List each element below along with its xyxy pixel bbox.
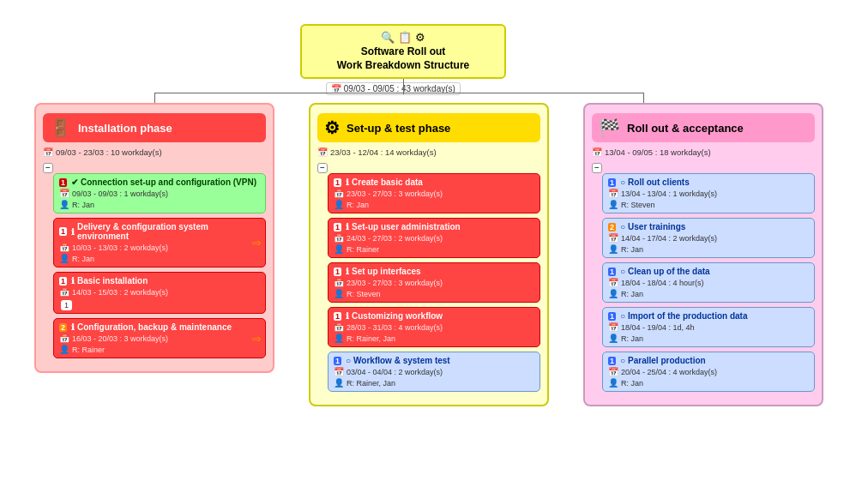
person-r2: 👤 — [608, 244, 618, 254]
task-config-resource: 👤 R: Rainer — [59, 345, 260, 354]
cal-s1: 📅 — [334, 189, 344, 198]
circle-icon-r3: ○ — [620, 267, 625, 276]
r5-title: 1 ○ Parallel production — [608, 356, 809, 365]
person-icon3: 👤 — [59, 345, 69, 354]
s2-title: 1 ℹ Set-up user administration — [334, 222, 534, 231]
setup-phase-label: Set-up & test phase — [347, 122, 450, 135]
badge-s4: 1 — [334, 312, 341, 321]
cal-icon6: 📅 — [317, 147, 328, 157]
rollout-phase-label: Roll out & acceptance — [627, 122, 744, 135]
s3-date: 📅 23/03 - 27/03 : 3 workday(s) — [334, 278, 534, 287]
setup-phase-header: ⚙ Set-up & test phase — [317, 113, 540, 142]
badge-r1: 1 — [608, 178, 616, 187]
s5-title: 1 ○ Workflow & system test — [334, 356, 534, 365]
main-container: 🔍 📋 ⚙ Software Roll out Work Breakdown S… — [0, 0, 868, 487]
person-r5: 👤 — [608, 378, 618, 388]
s5-resource: 👤 R: Rainer, Jan — [334, 378, 534, 388]
flag-icon: 🏁 — [599, 117, 620, 138]
task-vpn-date: 📅 09/03 - 09/03 : 1 workday(s) — [59, 189, 260, 198]
task-customizing-workflow: 1 ℹ Customizing workflow 📅 28/03 - 31/03… — [328, 307, 540, 347]
setup-phase-column: ⚙ Set-up & test phase 📅 23/03 - 12/04 : … — [309, 103, 549, 406]
task-import-production-data: 1 ○ Import of the production data 📅 18/0… — [602, 307, 815, 347]
task-s1-title: 1 ℹ Create basic data — [334, 177, 534, 187]
installation-phase-date: 📅 09/03 - 23/03 : 10 workday(s) — [43, 147, 266, 157]
badge-s3: 1 — [334, 268, 341, 276]
r5-resource: 👤 R: Jan — [608, 378, 809, 388]
badge-r4: 1 — [608, 312, 616, 321]
s1-resource: 👤 R: Jan — [334, 200, 534, 209]
cal-r2: 📅 — [608, 233, 618, 243]
task-basic-install-title: 1 ℹ Basic installation — [59, 276, 260, 286]
r4-date: 📅 18/04 - 19/04 : 1d, 4h — [608, 322, 809, 332]
task-delivery-badge: 1 — [59, 227, 67, 236]
info-icon-s4: ℹ — [346, 311, 349, 321]
s3-title: 1 ℹ Set up interfaces — [334, 267, 534, 276]
r3-resource: 👤 R: Jan — [608, 289, 809, 298]
installation-phase-column: 🚪 Installation phase 📅 09/03 - 23/03 : 1… — [34, 103, 274, 373]
setup-tasks: 1 ℹ Create basic data 📅 23/03 - 27/03 : … — [328, 173, 540, 392]
task-delivery-date: 📅 10/03 - 13/03 : 2 workday(s) — [59, 243, 260, 252]
task-setup-user-admin: 1 ℹ Set-up user administration 📅 24/03 -… — [328, 218, 540, 258]
task-basic-install: 1 ℹ Basic installation 📅 14/03 - 15/03 :… — [53, 272, 266, 314]
cal-s3: 📅 — [334, 278, 344, 287]
s2-resource: 👤 R: Rainer — [334, 244, 534, 254]
person-s1: 👤 — [334, 200, 344, 209]
cal-r1: 📅 — [608, 189, 618, 198]
installation-phase-label: Installation phase — [78, 122, 172, 135]
rollout-phase-date: 📅 13/04 - 09/05 : 18 workday(s) — [592, 147, 815, 157]
task-create-basic-data: 1 ℹ Create basic data 📅 23/03 - 27/03 : … — [328, 173, 540, 213]
badge-s2: 1 — [334, 223, 341, 231]
task-delivery-title: 1 ℹ Delivery & configuration system envi… — [59, 222, 260, 241]
person-s3: 👤 — [334, 289, 344, 298]
circle-icon-r4: ○ — [620, 311, 625, 321]
rollout-phase-column: 🏁 Roll out & acceptance 📅 13/04 - 09/05 … — [583, 103, 823, 406]
r1-title: 1 ○ Roll out clients — [608, 177, 809, 187]
rollout-tasks: 1 ○ Roll out clients 📅 13/04 - 13/04 : 1… — [602, 173, 815, 392]
installation-tasks: 1 ✔ Connection set-up and configuration … — [53, 173, 266, 358]
person-r4: 👤 — [608, 334, 618, 343]
info-icon3: ℹ — [71, 322, 75, 332]
r3-date: 📅 18/04 - 18/04 : 4 hour(s) — [608, 278, 809, 287]
r2-date: 📅 14/04 - 17/04 : 2 workday(s) — [608, 233, 809, 243]
task-vpn-badge: 1 — [59, 178, 67, 187]
arrow-right-icon2: ⇒ — [251, 332, 262, 346]
person-s5: 👤 — [334, 378, 344, 388]
cal-icon4: 📅 — [59, 287, 69, 297]
info-icon-s2: ℹ — [346, 222, 349, 231]
task-clean-up-data: 1 ○ Clean up of the data 📅 18/04 - 18/04… — [602, 262, 815, 303]
r1-resource: 👤 R: Steven — [608, 200, 809, 209]
cal-icon: 📅 — [43, 147, 53, 157]
task-user-trainings: 2 ○ User trainings 📅 14/04 - 17/04 : 2 w… — [602, 218, 815, 258]
collapse-installation[interactable]: − — [43, 163, 53, 173]
collapse-rollout[interactable]: − — [592, 163, 602, 173]
r4-resource: 👤 R: Jan — [608, 334, 809, 343]
info-icon-s1: ℹ — [346, 177, 349, 187]
r3-title: 1 ○ Clean up of the data — [608, 267, 809, 276]
person-r1: 👤 — [608, 200, 618, 209]
cal-r5: 📅 — [608, 367, 618, 376]
cal-r3: 📅 — [608, 278, 618, 287]
rollout-phase-header: 🏁 Roll out & acceptance — [592, 113, 815, 142]
cal-s4: 📅 — [334, 322, 344, 332]
badge-r5: 1 — [608, 357, 616, 365]
task-parallel-production: 1 ○ Parallel production 📅 20/04 - 25/04 … — [602, 352, 815, 392]
connector-horizontal-right — [404, 93, 644, 93]
r5-date: 📅 20/04 - 25/04 : 4 workday(s) — [608, 367, 809, 376]
s4-title: 1 ℹ Customizing workflow — [334, 311, 534, 321]
s4-date: 📅 28/03 - 31/03 : 4 workday(s) — [334, 322, 534, 332]
task-setup-interfaces: 1 ℹ Set up interfaces 📅 23/03 - 27/03 : … — [328, 262, 540, 303]
cal-s2: 📅 — [334, 233, 344, 243]
title-box: 🔍 📋 ⚙ Software Roll out Work Breakdown S… — [300, 24, 506, 79]
person-s2: 👤 — [334, 244, 344, 254]
expand-indicator: 1 — [61, 300, 260, 310]
title-icons: 🔍 📋 ⚙ — [309, 31, 497, 44]
connector-horizontal-left — [154, 93, 405, 93]
r1-date: 📅 13/04 - 13/04 : 1 workday(s) — [608, 189, 809, 198]
collapse-setup[interactable]: − — [317, 163, 328, 173]
s5-date: 📅 03/04 - 04/04 : 2 workday(s) — [334, 367, 534, 376]
person-icon2: 👤 — [59, 254, 69, 263]
setup-phase-date: 📅 23/03 - 12/04 : 14 workday(s) — [317, 147, 540, 157]
person-r3: 👤 — [608, 289, 618, 298]
circle-icon-r1: ○ — [620, 177, 625, 187]
cal-icon5: 📅 — [59, 334, 69, 343]
